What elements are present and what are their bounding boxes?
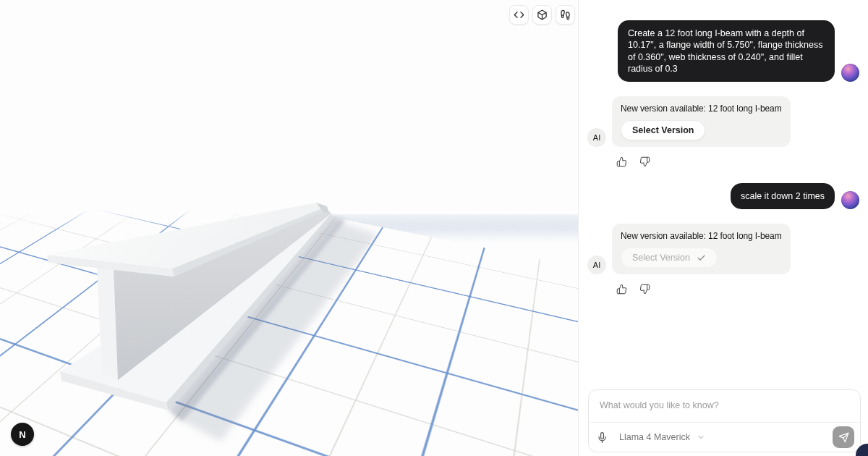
model-view-button[interactable]: [532, 5, 552, 25]
user-avatar[interactable]: [841, 64, 859, 82]
model-selector[interactable]: Llama 4 Maverick: [619, 432, 705, 442]
walkthrough-button[interactable]: [556, 5, 575, 25]
ai-avatar-label: AI: [593, 133, 600, 142]
app-window: N Create a 12 foot long I-beam with a de…: [0, 0, 868, 456]
chevron-down-icon: [697, 433, 705, 442]
cube-icon: [537, 9, 548, 20]
thumbs-up-button[interactable]: [616, 284, 627, 295]
code-view-button[interactable]: [509, 5, 529, 25]
assistant-message-text: New version available: 12 foot long I-be…: [621, 231, 782, 241]
thumbs-up-icon: [616, 284, 627, 295]
app-logo-button[interactable]: N: [11, 423, 34, 446]
footprints-icon: [560, 9, 571, 20]
send-icon: [838, 432, 849, 443]
app-logo-letter: N: [19, 429, 25, 440]
thumbs-down-button[interactable]: [639, 156, 650, 167]
select-version-label: Select Version: [632, 253, 690, 263]
select-version-button-selected[interactable]: Select Version: [621, 248, 718, 268]
chat-input[interactable]: [589, 390, 860, 410]
thumbs-down-button[interactable]: [639, 284, 650, 295]
send-button[interactable]: [833, 426, 854, 448]
thumbs-up-icon: [616, 156, 627, 167]
3d-viewport[interactable]: N: [0, 0, 579, 456]
feedback-row: [616, 284, 859, 295]
assistant-message-card: New version available: 12 foot long I-be…: [612, 96, 791, 147]
select-version-button[interactable]: Select Version: [621, 120, 705, 140]
thumbs-up-button[interactable]: [616, 156, 627, 167]
microphone-button[interactable]: [597, 432, 608, 443]
viewport-toolbar: [509, 5, 575, 25]
select-version-label: Select Version: [632, 125, 694, 135]
assistant-message-text: New version available: 12 foot long I-be…: [621, 104, 782, 114]
feedback-row: [616, 156, 859, 167]
user-message-row: scale it down 2 times: [587, 183, 859, 209]
thumbs-down-icon: [639, 284, 650, 295]
user-message-bubble: scale it down 2 times: [731, 183, 835, 209]
chat-message-list[interactable]: Create a 12 foot long I-beam with a dept…: [579, 0, 868, 387]
chat-composer: Llama 4 Maverick: [588, 389, 861, 452]
ibeam-model[interactable]: [0, 0, 579, 456]
user-message-row: Create a 12 foot long I-beam with a dept…: [587, 20, 859, 82]
assistant-message-row: AI New version available: 12 foot long I…: [587, 224, 859, 274]
check-icon: [697, 253, 706, 263]
user-message-bubble: Create a 12 foot long I-beam with a dept…: [618, 20, 835, 82]
ai-avatar-label: AI: [593, 261, 600, 269]
assistant-message-card: New version available: 12 foot long I-be…: [612, 224, 791, 274]
microphone-icon: [597, 432, 608, 443]
thumbs-down-icon: [639, 156, 650, 167]
user-avatar[interactable]: [841, 191, 859, 209]
chat-panel: Create a 12 foot long I-beam with a dept…: [579, 0, 868, 456]
code-icon: [514, 9, 524, 20]
model-name: Llama 4 Maverick: [619, 432, 690, 442]
ai-avatar: AI: [587, 256, 606, 274]
assistant-message-row: AI New version available: 12 foot long I…: [587, 96, 859, 147]
composer-toolbar: Llama 4 Maverick: [589, 422, 860, 452]
ai-avatar: AI: [587, 128, 606, 147]
